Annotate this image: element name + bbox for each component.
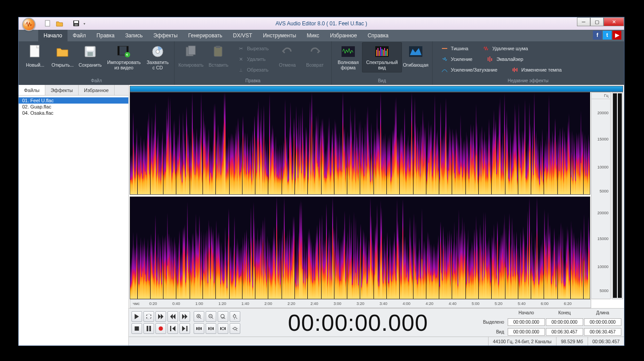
- effect-amplify-button[interactable]: Усиление: [438, 54, 476, 64]
- svg-rect-17: [216, 46, 220, 48]
- timebox-value[interactable]: 00:00:00.000: [508, 328, 545, 336]
- svg-rect-20: [376, 50, 377, 56]
- record-button[interactable]: [155, 323, 166, 334]
- qat-save-icon[interactable]: [72, 19, 81, 28]
- fade-label: Усиление/Затухание: [451, 67, 497, 72]
- open-button[interactable]: Открыть...: [49, 42, 76, 72]
- qat-open-icon[interactable]: [55, 19, 64, 28]
- trim-button[interactable]: ⟂Обрезать: [234, 64, 272, 75]
- loop-button[interactable]: [143, 311, 154, 322]
- effect-equalizer-button[interactable]: Эквалайзер: [484, 54, 526, 64]
- timebox-value[interactable]: 00:00:00.000: [508, 318, 545, 326]
- paste-button[interactable]: Вставить: [205, 42, 232, 72]
- ribbon-group-edit: Копировать Вставить ✂Вырезать ✕Удалить ⟂…: [175, 41, 332, 85]
- maximize-button[interactable]: ▢: [590, 17, 604, 26]
- svg-rect-36: [517, 68, 517, 72]
- spectrogram-channel-right[interactable]: [130, 197, 590, 299]
- menu-item-7[interactable]: Инструменты: [258, 30, 302, 41]
- effect-tempo-button[interactable]: Изменение темпа: [509, 64, 565, 75]
- effect-fade-button[interactable]: Усиление/Затухание: [438, 64, 501, 75]
- app-icon[interactable]: [22, 18, 36, 31]
- side-tab-2[interactable]: Избранное: [79, 85, 115, 95]
- waveform-view-button[interactable]: Волновая форма: [334, 42, 362, 72]
- file-item[interactable]: 04. Osaka.flac: [19, 110, 128, 116]
- menu-item-10[interactable]: Справка: [362, 30, 394, 41]
- side-tab-0[interactable]: Файлы: [19, 85, 45, 95]
- menu-item-9[interactable]: Избранное: [325, 30, 362, 41]
- zoom-fit-v-button[interactable]: [230, 311, 240, 322]
- effect-silence-button[interactable]: Тишина: [438, 43, 472, 54]
- ribbon-group-recent: Тишина Удаление шума Усиление Эквалайзер…: [433, 41, 624, 85]
- menu-item-1[interactable]: Файл: [68, 30, 91, 41]
- tracks-area: Гц 2000015000100005000200001500010000500…: [129, 92, 624, 299]
- menu-item-6[interactable]: DX/VST: [228, 30, 258, 41]
- envelope-view-button[interactable]: Огибающая: [402, 42, 429, 72]
- forward-button[interactable]: [179, 311, 190, 322]
- side-tab-1[interactable]: Эффекты: [45, 85, 79, 95]
- timebox-header: Длина: [584, 310, 621, 315]
- timebox-value[interactable]: 00:00:00.000: [584, 318, 621, 326]
- facebook-icon[interactable]: f: [593, 31, 602, 40]
- zoom-fit-h-button[interactable]: [230, 323, 240, 334]
- svg-rect-9: [118, 46, 119, 55]
- time-tick: 1:00: [195, 301, 203, 306]
- grab-cd-button[interactable]: Захватить с CD: [144, 42, 171, 72]
- grab-cd-label: Захватить с CD: [145, 60, 170, 70]
- timebox-header: Конец: [546, 310, 583, 315]
- zoom-sel-in-button[interactable]: [194, 323, 204, 334]
- svg-rect-3: [75, 24, 78, 26]
- minimize-button[interactable]: ─: [577, 17, 590, 26]
- import-video-button[interactable]: Импортировать из видео: [104, 42, 144, 72]
- effect-denoise-button[interactable]: Удаление шума: [479, 43, 531, 54]
- timebox-value[interactable]: 00:06:30.457: [546, 328, 583, 336]
- spectrogram-channel-left[interactable]: [130, 92, 590, 195]
- file-item[interactable]: 01. Feel U.flac: [19, 97, 128, 104]
- time-tick: 3:00: [334, 301, 342, 306]
- file-item[interactable]: 02. Guap.flac: [19, 104, 128, 110]
- goto-start-button[interactable]: [167, 323, 178, 334]
- goto-end-button[interactable]: [179, 323, 190, 334]
- zoom-out-button[interactable]: [206, 311, 216, 322]
- timebox-header: Начало: [508, 310, 545, 315]
- twitter-icon[interactable]: t: [603, 31, 612, 40]
- svg-rect-39: [149, 326, 151, 331]
- freq-tick: 15000: [597, 237, 608, 241]
- svg-point-40: [159, 326, 163, 331]
- zoom-100-button[interactable]: 100: [218, 311, 228, 322]
- time-ruler[interactable]: чмс 0:200:401:001:201:402:002:202:403:00…: [130, 299, 591, 308]
- menu-item-0[interactable]: Начало: [38, 30, 68, 41]
- new-label: Новый...: [26, 60, 44, 70]
- close-button[interactable]: ✕: [604, 17, 624, 26]
- menu-item-3[interactable]: Запись: [120, 30, 148, 41]
- qat-new-icon[interactable]: [44, 19, 52, 28]
- rewind-button[interactable]: [167, 311, 178, 322]
- time-tick: 0:20: [149, 301, 157, 306]
- play-button[interactable]: [131, 311, 142, 322]
- zoom-sel-button[interactable]: [218, 323, 228, 334]
- next-button[interactable]: [155, 311, 166, 322]
- cut-button[interactable]: ✂Вырезать: [234, 43, 272, 54]
- stop-button[interactable]: [131, 323, 142, 334]
- undo-button[interactable]: Отмена: [274, 42, 301, 72]
- youtube-icon[interactable]: ▶: [612, 31, 621, 40]
- timebox-value[interactable]: 00:00:00.000: [546, 318, 583, 326]
- qat-dropdown-icon[interactable]: ▾: [83, 22, 85, 26]
- spectral-view-button[interactable]: Спектральный вид: [362, 42, 402, 72]
- status-length: 00:06:30.457: [588, 337, 624, 345]
- new-button[interactable]: Новый...: [21, 42, 49, 72]
- copy-button[interactable]: Копировать: [177, 42, 205, 72]
- zoom-in-button[interactable]: [194, 311, 204, 322]
- overview-bar[interactable]: [130, 86, 623, 92]
- save-button[interactable]: Сохранить: [76, 42, 104, 72]
- redo-button[interactable]: Возврат: [301, 42, 329, 72]
- menu-item-4[interactable]: Эффекты: [148, 30, 183, 41]
- menu-item-2[interactable]: Правка: [91, 30, 120, 41]
- menu-item-8[interactable]: Микс: [302, 30, 325, 41]
- time-tick: 3:20: [357, 301, 365, 306]
- zoom-sel-out-button[interactable]: [206, 323, 216, 334]
- delete-button[interactable]: ✕Удалить: [234, 54, 272, 64]
- timebox-value[interactable]: 00:06:30.457: [584, 328, 621, 336]
- ribbon-view-label: Вид: [378, 77, 386, 85]
- menu-item-5[interactable]: Генерировать: [183, 30, 228, 41]
- pause-button[interactable]: [143, 323, 154, 334]
